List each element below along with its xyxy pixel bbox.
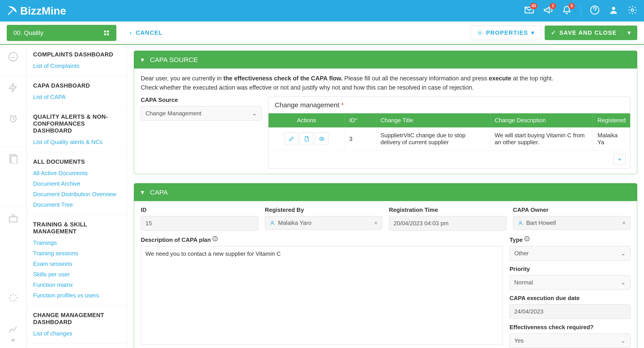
owner-chip[interactable]: Bart Howell × — [513, 216, 630, 230]
svg-rect-4 — [107, 31, 109, 32]
source-label: CAPA Source — [141, 97, 262, 104]
svg-point-15 — [520, 221, 522, 223]
main-content: ▾ CAPA SOURCE Dear user, you are current… — [127, 45, 644, 348]
rail-training-icon[interactable] — [0, 207, 26, 286]
megaphone-icon[interactable]: 1 — [543, 5, 553, 17]
user-icon — [270, 220, 275, 226]
mail-icon[interactable]: 43 — [524, 5, 534, 17]
capa-source-panel: ▾ CAPA SOURCE Dear user, you are current… — [134, 51, 637, 174]
sidebar-link[interactable]: Skills per user — [33, 271, 120, 278]
remove-icon[interactable]: × — [374, 219, 378, 226]
panel-title: CAPA SOURCE — [150, 56, 198, 64]
change-table: Actions ID° Change Title Change Descript… — [268, 113, 630, 151]
svg-rect-5 — [104, 33, 106, 35]
check-icon: ✓ — [551, 29, 556, 36]
capa-header[interactable]: ▾ CAPA — [134, 183, 637, 201]
sidebar-section: QUALITY ALERTS & NON-CONFORMANCES DASHBO… — [26, 107, 127, 152]
effreq-select[interactable]: Yes ⌄ — [510, 333, 630, 348]
svg-point-14 — [272, 221, 273, 223]
chevron-down-icon: ⌄ — [621, 250, 626, 257]
info-icon[interactable]: i — [524, 236, 530, 241]
add-button[interactable]: + — [614, 154, 626, 165]
capa-panel: ▾ CAPA ID 15 Registered By Malaika Yaro … — [134, 183, 637, 348]
rail-complaints-icon[interactable] — [0, 45, 26, 76]
properties-button[interactable]: PROPERTIES ▾ — [470, 26, 541, 40]
th-actions: Actions — [268, 113, 344, 127]
type-select[interactable]: Other ⌄ — [510, 246, 630, 261]
capa-source-header[interactable]: ▾ CAPA SOURCE — [134, 51, 637, 69]
logo: BizzMine — [7, 5, 66, 17]
sidebar: COMPLAINTS DASHBOARD List of Complaints … — [26, 45, 127, 348]
top-row: ID 15 Registered By Malaika Yaro × Regis… — [141, 206, 630, 231]
sidebar-link[interactable]: List of Quality alerts & NCs — [33, 139, 120, 146]
effreq-field: Effectiveness check required? Yes ⌄ — [510, 324, 630, 348]
mail-badge: 43 — [530, 3, 537, 9]
cancel-button[interactable]: ‹ CANCEL — [130, 29, 163, 36]
save-label: SAVE AND CLOSE — [560, 29, 617, 36]
intro-bold: the effectiveness check of the CAPA flow… — [223, 75, 342, 82]
panel-body: Dear user, you are currently in the effe… — [134, 69, 637, 174]
sidebar-link[interactable]: Exam sessions — [33, 260, 120, 267]
info-icon[interactable]: i — [212, 236, 218, 241]
remove-icon[interactable]: × — [622, 219, 626, 226]
sidebar-heading: COMPLAINTS DASHBOARD — [33, 51, 120, 58]
duedate-field: CAPA execution due date 24/04/2023 — [510, 295, 630, 319]
sidebar-link[interactable]: Function profiles vs users — [33, 292, 120, 299]
help-icon[interactable] — [590, 5, 600, 17]
required-marker: * — [341, 101, 344, 109]
svg-point-1 — [612, 7, 615, 10]
sidebar-link[interactable]: Document Distribution Overview — [33, 191, 120, 198]
panel-title: CAPA — [150, 189, 168, 196]
gear-icon[interactable] — [628, 5, 637, 17]
logo-text: BizzMine — [20, 5, 66, 17]
user-icon[interactable] — [609, 5, 618, 17]
sidebar-link[interactable]: List of Complaints — [33, 63, 120, 69]
regby-label: Registered By — [265, 206, 382, 213]
svg-rect-12 — [9, 217, 17, 222]
th-reg: Registered — [593, 113, 630, 127]
sidebar-link[interactable]: Function matrix — [33, 281, 120, 288]
desc-label: Description of CAPA plan i — [141, 236, 503, 243]
quality-label: 00. Quality — [14, 29, 44, 37]
save-button[interactable]: ✓ SAVE AND CLOSE ▾ — [545, 26, 637, 40]
intro-text: Dear user, you are currently in the effe… — [141, 74, 630, 92]
rail-change-icon[interactable] — [0, 286, 26, 317]
sidebar-link[interactable]: List of changes — [33, 330, 120, 337]
row-actions — [273, 133, 340, 145]
collapse-rail-button[interactable]: « — [11, 336, 15, 343]
source-row: CAPA Source Change Management ⌄ Change m… — [141, 97, 630, 169]
id-label: ID — [141, 206, 258, 213]
quality-dropdown[interactable]: 00. Quality — [7, 25, 116, 41]
bell-icon[interactable]: 5 — [562, 5, 572, 17]
sidebar-link[interactable]: Trainings — [33, 239, 120, 246]
edit-button[interactable] — [285, 133, 298, 145]
th-desc: Change Description — [490, 113, 593, 127]
source-select[interactable]: Change Management ⌄ — [141, 106, 262, 121]
rail-capa-icon[interactable] — [0, 76, 26, 107]
view-button[interactable] — [315, 133, 328, 145]
sidebar-link[interactable]: Training sessions — [33, 250, 120, 257]
rail-alerts-icon[interactable] — [0, 107, 26, 146]
priority-label: Priority — [510, 266, 630, 272]
intro-part: Dear user, you are currently in — [141, 75, 223, 82]
type-field: Type i Other ⌄ — [510, 236, 630, 261]
linked-change-box: Change management* Actions ID° Change Ti… — [268, 97, 630, 169]
duedate-input[interactable]: 24/04/2023 — [510, 304, 630, 319]
rail-documents-icon[interactable] — [0, 147, 26, 207]
th-title: Change Title — [376, 113, 490, 127]
regby-field: Registered By Malaika Yaro × — [265, 206, 382, 231]
document-button[interactable] — [300, 133, 313, 145]
sidebar-link[interactable]: Document Archive — [33, 180, 120, 187]
sidebar-link[interactable]: List of CAPA — [33, 94, 120, 101]
chevron-down-icon: ▾ — [141, 188, 144, 196]
priority-select[interactable]: Normal ⌄ — [510, 275, 630, 290]
owner-label: CAPA Owner — [513, 206, 630, 213]
desc-textarea[interactable]: We need you to contact a new supplier fo… — [141, 246, 503, 345]
sidebar-link[interactable]: All Active Documents — [33, 170, 120, 177]
sidebar-link[interactable]: Document Tree — [33, 201, 120, 208]
cell-id: 3 — [344, 127, 376, 151]
priority-field: Priority Normal ⌄ — [510, 266, 630, 290]
regby-chip[interactable]: Malaika Yaro × — [265, 216, 382, 230]
icon-rail: « — [0, 45, 26, 348]
intro-line2: Check whether the executed action was ef… — [141, 84, 474, 91]
